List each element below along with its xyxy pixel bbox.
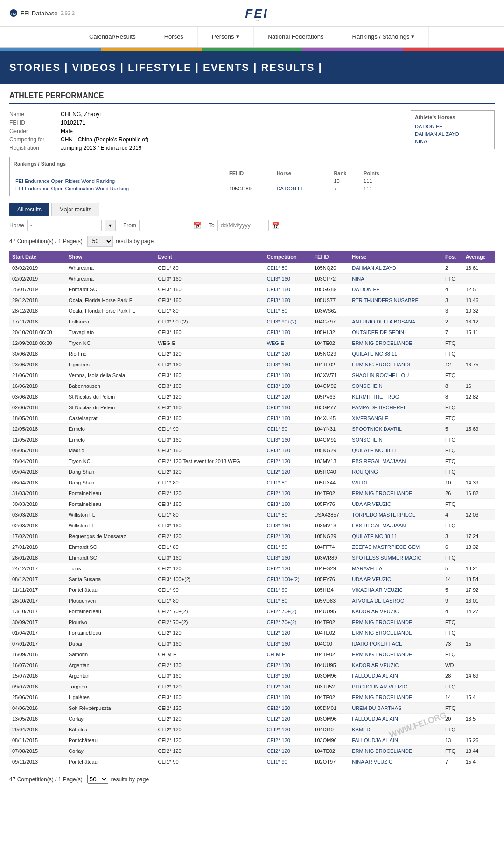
table-row: 30/09/2017PlourivoCEI2* 70+(2)CEI2* 70+(…	[9, 617, 495, 628]
svg-text:FEI: FEI	[11, 12, 16, 16]
from-calendar-icon[interactable]: 📅	[193, 222, 201, 229]
ranking-name-2: FEI Endurance Open Combination World Ran…	[14, 185, 227, 192]
to-label: To	[209, 222, 215, 229]
athlete-info-panel: Name CHENG, Zhaoyi FEI ID 10102171 Gende…	[9, 110, 401, 196]
athlete-gender-row: Gender Male	[9, 127, 148, 135]
table-row: 03/06/2018St Nicolas du PélemCEI2* 120CE…	[9, 392, 495, 402]
footer-row: 47 Competition(s) / 1 Page(s) 10 25 50 1…	[9, 772, 495, 786]
col-fei-id[interactable]: FEI ID	[311, 251, 349, 263]
footer-per-page-label: results by page	[111, 776, 149, 783]
horse-filter-dropdown-button[interactable]: ▾	[105, 220, 116, 231]
to-date-input[interactable]	[217, 220, 269, 231]
results-info-row: 47 Competition(s) / 1 Page(s) 10 25 50 1…	[9, 236, 495, 247]
footer-per-page-select[interactable]: 10 25 50 100	[87, 775, 108, 784]
to-filter-group: To 📅	[209, 220, 280, 231]
col-average[interactable]: Average	[463, 251, 495, 263]
table-row: 28/10/2017PlougonvenCEI1* 80CEI1* 80105V…	[9, 596, 495, 606]
horses-box-title: Athlete's Horses	[415, 114, 490, 120]
nav-horses[interactable]: Horses	[150, 27, 198, 47]
table-row: 28/04/2018Tryon NCCEI2* 120 Test event f…	[9, 456, 495, 467]
table-row: 29/04/2016BábolnaCEI2* 120CEI2* 120104DI…	[9, 724, 495, 735]
app-version-label: 2.92.2	[61, 10, 75, 16]
fei-id-value: 10102171	[61, 119, 148, 127]
from-label: From	[123, 222, 136, 229]
table-row: 04/06/2016Solt-RévbérpusztaCEI2* 120CEI2…	[9, 703, 495, 714]
col-show[interactable]: Show	[66, 251, 155, 263]
col-event[interactable]: Event	[155, 251, 264, 263]
persons-dropdown-icon: ▾	[236, 33, 239, 40]
nav-national-federations[interactable]: National Federations	[254, 27, 338, 47]
table-row: 29/12/2018Ocala, Florida Horse Park FLCE…	[9, 295, 495, 306]
table-row: 11/11/2017PontchâteauCEI1* 90CEI1* 90105…	[9, 585, 495, 596]
table-row: 08/11/2015PontchâteauCEI2* 120CEI2* 1201…	[9, 735, 495, 746]
col-competition[interactable]: Competition	[264, 251, 312, 263]
tab-all-results[interactable]: All results	[9, 203, 49, 216]
filters-row: Horse ▾ From 📅 To 📅	[9, 220, 495, 231]
col-start-date[interactable]: Start Date	[9, 251, 66, 263]
table-row: 13/05/2016CorlayCEI2* 120CEI2* 120103OM9…	[9, 714, 495, 724]
athlete-section: ATHLETE PERFORMANCE Name CHENG, Zhaoyi F…	[0, 84, 504, 794]
table-row: 02/02/2019WhareamaCEI3* 160CEI3* 160103C…	[9, 274, 495, 284]
table-row: 20/10/2018 06:00TravagliatoCEI3* 160CEI3…	[9, 327, 495, 338]
ranking-points-1: 111	[362, 177, 397, 185]
results-per-page-select[interactable]: 10 25 50 100	[87, 236, 113, 247]
to-calendar-icon[interactable]: 📅	[272, 222, 280, 229]
horses-box: Athlete's Horses DA DON FE DAHMAN AL ZAY…	[411, 110, 495, 149]
competing-for-label: Competing for	[9, 135, 61, 144]
color-bar-red	[403, 48, 504, 51]
table-row: 08/12/2017Santa SusanaCEI3* 100+(2)CEI3*…	[9, 574, 495, 585]
table-row: 09/07/2016TorgnonCEI2* 120CEI2* 120103JU…	[9, 681, 495, 692]
rankings-box-title: Rankings / Standings	[14, 161, 397, 167]
from-filter-group: From 📅	[123, 220, 201, 231]
nav-rankings[interactable]: Rankings / Standings ▾	[338, 27, 429, 47]
table-row: 17/11/2018FollonicaCEI3* 90+(2)CEI3* 90+…	[9, 316, 495, 327]
color-bar-green	[202, 48, 302, 51]
table-row: 07/01/2017DubaiCEI3* 160CEI3* 160104C00I…	[9, 638, 495, 649]
rankings-col-fei-id: FEI ID	[227, 169, 275, 177]
tab-major-results[interactable]: Major results	[51, 203, 99, 216]
footer-per-page-group: 10 25 50 100 results by page	[87, 775, 149, 784]
horse-item-2: DAHMAN AL ZAYD	[415, 130, 490, 138]
fei-small-logo-icon: FEI	[9, 9, 18, 17]
table-header-row: Start Date Show Event Competition FEI ID…	[9, 251, 495, 263]
ranking-rank-1: 10	[332, 177, 362, 185]
competing-for-value: CHN - China (People's Republic of)	[61, 135, 148, 144]
table-row: 23/06/2018LignièresCEI3* 160CEI3* 160104…	[9, 359, 495, 370]
col-pos[interactable]: Pos.	[442, 251, 463, 263]
nav-calendar[interactable]: Calendar/Results	[75, 27, 150, 47]
table-row: 30/06/2018Rio FrioCEI2* 120CEI2* 120105N…	[9, 349, 495, 359]
ranking-fei-id-2: 105GG89	[227, 185, 275, 192]
table-row: 05/05/2018MadridCEI3* 160CEI3* 160105NG2…	[9, 445, 495, 456]
table-row: 25/01/2019Ehrhardt SCCEI3* 160CEI3* 1601…	[9, 284, 495, 295]
color-bar-purple	[302, 48, 403, 51]
color-bar	[0, 48, 504, 51]
nav-persons[interactable]: Persons ▾	[198, 27, 254, 47]
ranking-rank-2: 7	[332, 185, 362, 192]
table-row: 11/05/2018ErmeloCEI3* 160CEI3* 160104CM9…	[9, 435, 495, 445]
from-date-input[interactable]	[139, 220, 190, 231]
svg-text:TM: TM	[254, 19, 259, 22]
horse-filter-input[interactable]	[27, 220, 102, 231]
svg-text:FEI: FEI	[245, 7, 268, 21]
table-row: 25/06/2016LignièresCEI3* 160CEI3* 160104…	[9, 692, 495, 703]
table-row: 12/05/2018ErmeloCEI1* 90CEI1* 90104YN31S…	[9, 424, 495, 435]
registration-label: Registration	[9, 144, 61, 152]
rankings-col-rank: Rank	[332, 169, 362, 177]
table-row: 12/09/2018 06:30Tryon NCWEG-EWEG-E104TE0…	[9, 338, 495, 349]
results-per-page-label: results by page	[116, 238, 154, 245]
horse-filter-group: Horse ▾	[9, 220, 116, 231]
table-container: Start Date Show Event Competition FEI ID…	[9, 251, 495, 767]
col-horse[interactable]: Horse	[349, 251, 442, 263]
rankings-header-row: FEI ID Horse Rank Points	[14, 169, 397, 177]
ranking-horse-2: DA DON FE	[275, 185, 332, 192]
app-title-label: FEI Database	[21, 10, 58, 17]
rankings-col-horse: Horse	[275, 169, 332, 177]
table-row: 08/04/2018Dang ShanCEI1* 80CEI1* 80105UX…	[9, 477, 495, 488]
rankings-table: FEI ID Horse Rank Points FEI Endurance O…	[14, 169, 397, 192]
table-row: 16/09/2016SamorinCH-M-ECH-M-E104TE02ERMI…	[9, 649, 495, 660]
results-table: Start Date Show Event Competition FEI ID…	[9, 251, 495, 767]
table-row: 03/02/2019WhareamaCEI1* 80CEI1* 80105NQ2…	[9, 263, 495, 274]
fei-id-label: FEI ID	[9, 119, 61, 127]
table-row: 01/04/2017FontainebleauCEI2* 120CEI2* 12…	[9, 628, 495, 638]
name-value: CHENG, Zhaoyi	[61, 110, 148, 119]
